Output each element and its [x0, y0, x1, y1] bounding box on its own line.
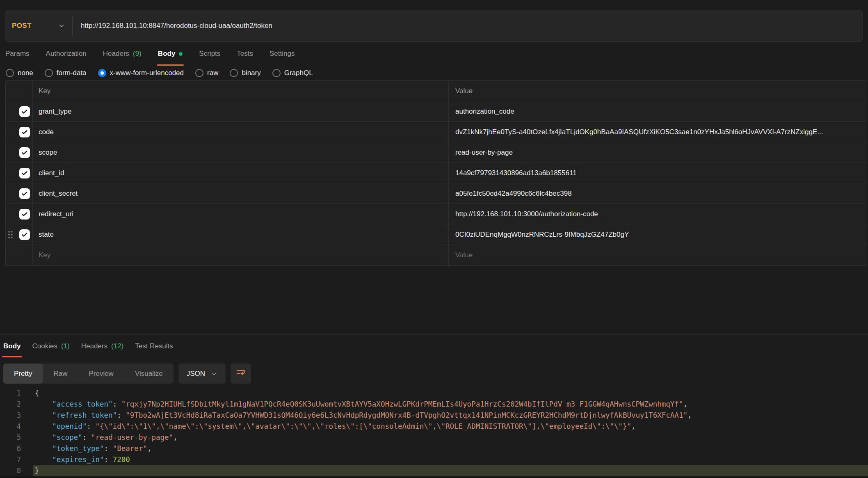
- line-number: 2: [0, 399, 21, 410]
- body-mode-binary[interactable]: binary: [230, 69, 260, 77]
- tab-label: Headers: [103, 50, 129, 58]
- tab-label: Cookies: [32, 342, 57, 350]
- param-key[interactable]: client_secret: [33, 183, 449, 204]
- line-number: 6: [0, 443, 21, 454]
- tab-label: Tests: [237, 50, 253, 58]
- drag-handle-icon[interactable]: [7, 230, 14, 239]
- table-row-state: state0CI0ziUDEnqMgqW0nzRNRCzLrs-9IMbqJzG…: [6, 224, 867, 245]
- wrap-line-icon: [235, 367, 246, 380]
- param-value[interactable]: 14a9cf797931430896ad13a6b1855611: [449, 163, 867, 183]
- response-body-editor[interactable]: 1{2 "access_token": "rqxjy7Np2HIUHLfSDbi…: [0, 388, 868, 476]
- param-value[interactable]: authorization_code: [449, 101, 867, 121]
- code-line: 1{: [0, 388, 868, 399]
- radio-icon: [195, 69, 203, 77]
- code-line: 8}: [0, 465, 868, 476]
- response-format-dropdown[interactable]: JSON: [178, 364, 226, 384]
- line-number: 1: [0, 388, 21, 399]
- empty-area: [0, 266, 868, 334]
- chevron-down-icon: [58, 23, 65, 29]
- line-number: 5: [0, 432, 21, 443]
- response-toolbar: PrettyRawPreviewVisualize JSON: [0, 364, 868, 384]
- param-key[interactable]: code: [33, 122, 449, 142]
- tab-label: Body: [158, 50, 176, 58]
- tab-params[interactable]: Params: [5, 42, 30, 66]
- param-value[interactable]: http://192.168.101.10:3000/authorization…: [449, 204, 867, 224]
- param-key[interactable]: scope: [33, 142, 449, 162]
- tab-body[interactable]: Body: [158, 42, 183, 66]
- line-content: "scope": "read-user-by-page",: [33, 432, 868, 443]
- body-mode-label: raw: [207, 69, 218, 77]
- table-row-grant-type: grant_typeauthorization_code: [6, 101, 867, 122]
- response-section: BodyCookies(1)Headers(12)Test Results Pr…: [0, 334, 868, 478]
- row-check-cell: [6, 204, 33, 224]
- param-value[interactable]: dvZ1kNk7jhEe0TyS-a40tOzeLfx4jIaTLjdOKg0h…: [449, 122, 867, 142]
- tab-authorization[interactable]: Authorization: [46, 42, 87, 66]
- tab-label: Authorization: [46, 50, 87, 58]
- tab-settings[interactable]: Settings: [270, 42, 295, 66]
- table-row-client-secret: client_secreta05fe1fc50ed42a4990c6c6fc4b…: [6, 183, 867, 204]
- horizontal-scrollbar-track[interactable]: [0, 476, 868, 478]
- view-mode-visualize[interactable]: Visualize: [124, 364, 174, 384]
- line-content: "access_token": "rqxjy7Np2HIUHLfSDbitMky…: [33, 399, 868, 410]
- body-mode-form-data[interactable]: form-data: [45, 69, 87, 77]
- view-mode-raw[interactable]: Raw: [43, 364, 78, 384]
- row-checkbox[interactable]: [19, 209, 30, 220]
- tab-scripts[interactable]: Scripts: [199, 42, 220, 66]
- row-checkbox[interactable]: [19, 229, 30, 240]
- response-tab-test-results[interactable]: Test Results: [135, 335, 173, 357]
- body-mode-radios: noneform-datax-www-form-urlencodedrawbin…: [0, 66, 868, 80]
- unsaved-changes-dot: [179, 52, 183, 56]
- line-number: 4: [0, 421, 21, 432]
- body-mode-raw[interactable]: raw: [195, 69, 218, 77]
- table-row-scope: scoperead-user-by-page: [6, 142, 867, 163]
- column-header-key: Key: [33, 81, 449, 101]
- tab-headers[interactable]: Headers(9): [103, 42, 142, 66]
- body-mode-graphql[interactable]: GraphQL: [272, 69, 313, 77]
- postman-window: POST http://192.168.101.10:8847/herodotu…: [0, 0, 868, 478]
- view-mode-pretty[interactable]: Pretty: [3, 364, 43, 384]
- row-checkbox[interactable]: [19, 168, 30, 178]
- urlencoded-table: Key Value grant_typeauthorization_codeco…: [5, 80, 867, 266]
- table-row-code: codedvZ1kNk7jhEe0TyS-a40tOzeLfx4jIaTLjdO…: [6, 122, 867, 142]
- row-checkbox[interactable]: [19, 188, 30, 199]
- row-checkbox[interactable]: [19, 147, 30, 158]
- code-line: 5 "scope": "read-user-by-page",: [0, 432, 868, 443]
- radio-icon: [98, 69, 106, 77]
- view-mode-preview[interactable]: Preview: [78, 364, 124, 384]
- line-content: {: [33, 388, 868, 399]
- chevron-down-icon: [211, 371, 217, 377]
- response-tab-body[interactable]: Body: [3, 335, 21, 357]
- row-checkbox[interactable]: [19, 127, 30, 137]
- param-key[interactable]: state: [33, 224, 449, 245]
- line-content: "expires_in": 7200: [33, 454, 868, 465]
- tab-label: Body: [3, 342, 21, 350]
- url-input[interactable]: http://192.168.101.10:8847/herodotus-clo…: [73, 22, 272, 30]
- body-mode-x-www-form-urlencoded[interactable]: x-www-form-urlencoded: [98, 69, 184, 77]
- select-all-cell: [6, 81, 33, 101]
- response-tab-headers[interactable]: Headers(12): [81, 335, 124, 357]
- response-tab-cookies[interactable]: Cookies(1): [32, 335, 70, 357]
- request-tabs: ParamsAuthorizationHeaders(9)BodyScripts…: [0, 42, 868, 66]
- tab-label: Headers: [81, 342, 107, 350]
- row-checkbox[interactable]: [19, 106, 30, 117]
- radio-icon: [45, 69, 53, 77]
- value-placeholder[interactable]: Value: [449, 245, 867, 265]
- param-key[interactable]: redirect_uri: [33, 204, 449, 224]
- code-line: 4 "openid": "{\"id\":\"1\",\"name\":\"sy…: [0, 421, 868, 432]
- param-value[interactable]: read-user-by-page: [449, 142, 867, 162]
- method-select[interactable]: POST: [5, 10, 72, 41]
- line-content: "refresh_token": "9Tbo2wAjEt3VcHd8iRaTax…: [33, 410, 868, 421]
- param-value[interactable]: a05fe1fc50ed42a4990c6c6fc4bec398: [449, 183, 867, 204]
- tab-label: Params: [5, 50, 30, 58]
- url-bar: POST http://192.168.101.10:8847/herodotu…: [5, 10, 863, 42]
- tab-label: Test Results: [135, 342, 173, 350]
- param-value[interactable]: 0CI0ziUDEnqMgqW0nzRNRCzLrs-9IMbqJzGZ47Zb…: [449, 224, 867, 245]
- row-check-cell: [6, 122, 33, 142]
- key-placeholder[interactable]: Key: [33, 245, 449, 265]
- body-mode-none[interactable]: none: [6, 69, 33, 77]
- tab-count-badge: (9): [133, 50, 142, 58]
- param-key[interactable]: grant_type: [33, 101, 449, 121]
- tab-tests[interactable]: Tests: [237, 42, 253, 66]
- wrap-line-button[interactable]: [231, 364, 251, 384]
- param-key[interactable]: client_id: [33, 163, 449, 183]
